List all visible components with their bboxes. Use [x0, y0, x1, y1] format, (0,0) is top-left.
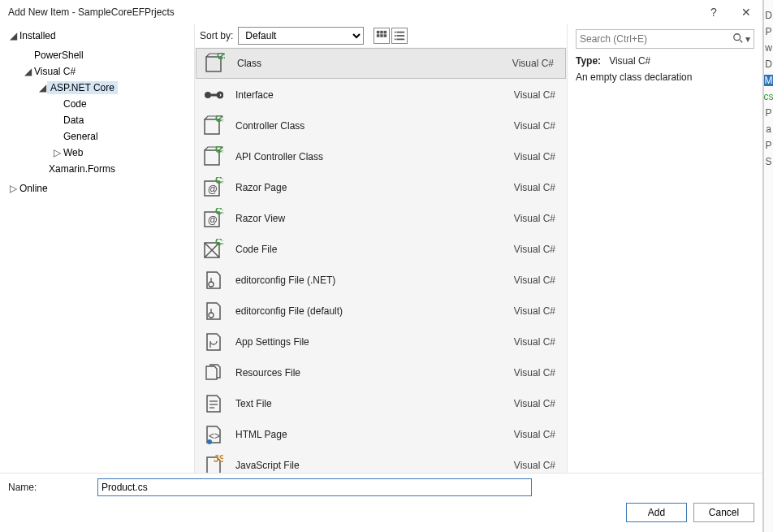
template-item[interactable]: JavaScript FileVisual C#: [195, 450, 567, 473]
svg-rect-9: [397, 35, 405, 37]
sliver-char: M: [764, 75, 773, 86]
button-row: Add Cancel: [8, 503, 754, 527]
template-item[interactable]: ClassVisual C#: [196, 48, 566, 79]
svg-rect-10: [395, 39, 396, 41]
settings-icon: [201, 331, 224, 353]
template-list[interactable]: ClassVisual C#InterfaceVisual C#Controll…: [195, 47, 567, 473]
template-language: Visual C#: [490, 305, 555, 317]
sidebar-item[interactable]: General: [0, 128, 194, 145]
close-button[interactable]: ✕: [730, 0, 762, 24]
template-language: Visual C#: [490, 460, 555, 471]
sliver-char: a: [766, 123, 771, 135]
template-item[interactable]: Razor ViewVisual C#: [195, 203, 567, 234]
template-item[interactable]: editorconfig File (.NET)Visual C#: [195, 265, 567, 296]
sidebar-item[interactable]: Data: [0, 112, 194, 128]
sidebar-group-online[interactable]: ▷ Online: [0, 180, 194, 197]
template-item[interactable]: API Controller ClassVisual C#: [195, 141, 567, 172]
template-language: Visual C#: [490, 151, 555, 162]
sidebar-item-label: Xamarin.Forms: [47, 163, 115, 175]
svg-rect-0: [377, 31, 380, 34]
name-row: Name:: [8, 478, 754, 496]
cs-class-icon: [203, 52, 226, 75]
template-language: Visual C#: [490, 182, 555, 193]
template-language: Visual C#: [490, 244, 555, 255]
sliver-char: D: [765, 58, 772, 70]
template-item[interactable]: HTML PageVisual C#: [195, 419, 567, 450]
sliver-char: cs: [764, 91, 774, 102]
help-button[interactable]: ?: [697, 0, 730, 24]
template-item[interactable]: Razor PageVisual C#: [195, 172, 567, 203]
files-icon: [201, 361, 224, 384]
type-label: Type:: [576, 55, 601, 67]
sidebar-tree: PowerShell◢Visual C#◢ASP.NET CoreCodeDat…: [0, 44, 194, 180]
template-item[interactable]: Text FileVisual C#: [195, 388, 567, 419]
template-item[interactable]: App Settings FileVisual C#: [195, 327, 567, 357]
view-list-icon[interactable]: [391, 28, 408, 44]
toolbar: Sort by: Default: [195, 24, 567, 47]
template-panel: Sort by: Default ClassVisual C#Interface…: [195, 24, 568, 473]
text-icon: [201, 392, 224, 415]
cancel-button[interactable]: Cancel: [693, 503, 754, 522]
sidebar-item[interactable]: Code: [0, 96, 194, 112]
view-grid-icon[interactable]: [374, 28, 390, 44]
template-language: Visual C#: [490, 398, 555, 409]
template-name: Razor View: [235, 213, 479, 224]
sliver-char: S: [765, 156, 771, 167]
template-name: HTML Page: [235, 429, 479, 440]
dropdown-icon: ▾: [744, 33, 750, 45]
window-title: Add New Item - SampleCoreEFPrjects: [8, 6, 697, 18]
search-input[interactable]: [580, 33, 732, 45]
sort-dropdown[interactable]: Default: [238, 27, 364, 45]
template-item[interactable]: InterfaceVisual C#: [195, 80, 567, 110]
cs-class-icon: [201, 145, 224, 168]
chevron-down-icon: ◢: [23, 66, 32, 77]
template-name: Interface: [235, 89, 479, 101]
template-language: Visual C#: [490, 213, 555, 224]
config-icon: [201, 269, 224, 292]
template-item[interactable]: Resources FileVisual C#: [195, 357, 567, 388]
sliver-char: w: [765, 42, 772, 54]
search-box[interactable]: ▾: [576, 29, 754, 49]
name-input[interactable]: [97, 478, 532, 496]
sidebar-group-label: Online: [18, 183, 48, 194]
footer: Name: Add Cancel: [0, 473, 762, 532]
template-name: Code File: [235, 244, 479, 255]
sidebar-item[interactable]: ◢Visual C#: [0, 63, 194, 80]
svg-rect-1: [381, 31, 384, 34]
sliver-char: P: [765, 140, 771, 151]
chevron-down-icon: ◢: [37, 82, 47, 93]
template-name: editorconfig File (default): [235, 305, 479, 317]
search-icon: [732, 32, 744, 46]
main-area: ◢ Installed PowerShell◢Visual C#◢ASP.NET…: [0, 24, 762, 473]
sidebar-item[interactable]: PowerShell: [0, 47, 194, 63]
add-button[interactable]: Add: [626, 503, 687, 522]
config-icon: [201, 300, 224, 322]
sidebar-item[interactable]: ◢ASP.NET Core: [0, 80, 194, 96]
sidebar-group-installed[interactable]: ◢ Installed: [0, 28, 194, 44]
sidebar-item[interactable]: Xamarin.Forms: [0, 161, 194, 177]
template-language: Visual C#: [490, 120, 555, 132]
template-language: Visual C#: [490, 367, 555, 378]
sidebar-item-label: ASP.NET Core: [47, 81, 118, 94]
template-item[interactable]: Code FileVisual C#: [195, 234, 567, 265]
sliver-char: P: [765, 26, 771, 37]
template-language: Visual C#: [490, 336, 555, 348]
interface-icon: [201, 84, 224, 106]
description: An empty class declaration: [576, 71, 754, 83]
sidebar-group-label: Installed: [18, 30, 56, 41]
svg-rect-3: [377, 34, 380, 37]
sidebar-item[interactable]: ▷Web: [0, 145, 194, 161]
chevron-down-icon: ◢: [8, 30, 18, 41]
template-language: Visual C#: [490, 429, 555, 440]
template-item[interactable]: editorconfig File (default)Visual C#: [195, 296, 567, 327]
sidebar: ◢ Installed PowerShell◢Visual C#◢ASP.NET…: [0, 24, 195, 473]
svg-rect-11: [397, 39, 405, 41]
codefile-icon: [201, 238, 224, 261]
template-name: App Settings File: [235, 336, 479, 348]
sidebar-item-label: Web: [62, 147, 83, 158]
svg-line-13: [740, 40, 742, 42]
template-item[interactable]: Controller ClassVisual C#: [195, 110, 567, 141]
sidebar-item-label: Visual C#: [32, 66, 76, 77]
details-panel: ▾ Type: Visual C# An empty class declara…: [568, 24, 762, 473]
razor-icon: [201, 176, 224, 199]
